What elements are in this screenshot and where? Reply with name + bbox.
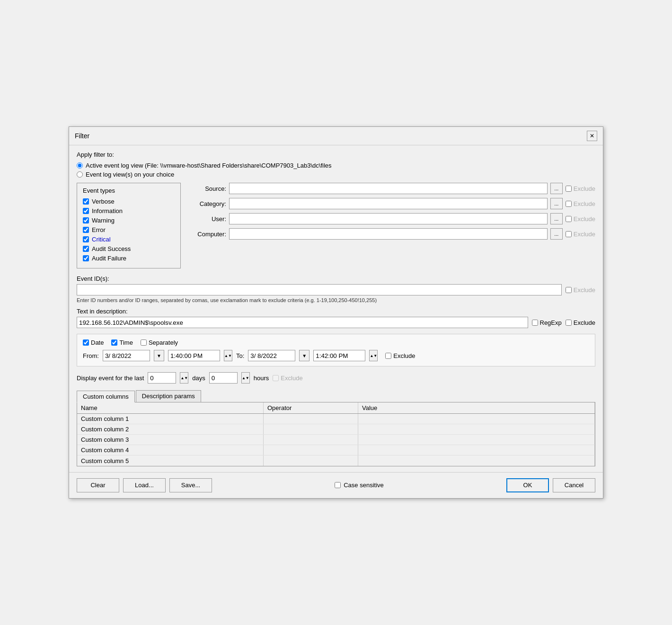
separately-checkbox[interactable] xyxy=(141,339,147,346)
checkbox-warning-input[interactable] xyxy=(83,217,89,223)
regexp-checkbox[interactable] xyxy=(532,320,538,326)
hours-input[interactable] xyxy=(209,372,238,384)
table-row: Custom column 2 xyxy=(77,424,595,435)
custom-columns-table: Name Operator Value Custom column 1Custo… xyxy=(77,402,595,466)
category-exclude-check: Exclude xyxy=(566,200,595,207)
display-event-label: Display event for the last xyxy=(77,375,144,382)
date-time-row: From: ▼ ▲▼ To: ▼ ▲▼ Exclude xyxy=(83,350,589,361)
user-dots-button[interactable]: ... xyxy=(550,213,563,224)
to-time-spinner[interactable]: ▲▼ xyxy=(369,350,378,361)
display-event-exclude-check: Exclude xyxy=(273,375,302,382)
from-time-input[interactable] xyxy=(168,350,220,361)
table-cell-value-2 xyxy=(358,424,595,435)
regexp-label: RegExp xyxy=(540,319,562,326)
to-time-input[interactable] xyxy=(313,350,365,361)
category-label: Category: xyxy=(188,200,226,207)
category-input[interactable] xyxy=(229,198,548,209)
case-sensitive-check: Case sensitive xyxy=(335,482,384,489)
load-button[interactable]: Load... xyxy=(123,478,166,492)
to-label: To: xyxy=(236,352,244,359)
col-header-operator: Operator xyxy=(264,402,358,414)
date-label: Date xyxy=(91,339,104,346)
computer-label: Computer: xyxy=(188,231,226,238)
category-exclude-checkbox[interactable] xyxy=(566,201,572,207)
checkbox-audit-success-label: Audit Success xyxy=(92,245,131,252)
text-desc-label: Text in description: xyxy=(77,308,595,315)
computer-exclude-checkbox[interactable] xyxy=(566,231,572,237)
date-checkbox[interactable] xyxy=(83,339,89,346)
save-button[interactable]: Save... xyxy=(169,478,212,492)
to-date-cal-button[interactable]: ▼ xyxy=(299,350,309,361)
tab-custom-columns[interactable]: Custom columns xyxy=(77,391,135,402)
clear-button[interactable]: Clear xyxy=(77,478,119,492)
datetime-exclude-checkbox[interactable] xyxy=(385,353,391,359)
regexp-check: RegExp xyxy=(532,319,562,326)
col-header-value: Value xyxy=(358,402,595,414)
cancel-button[interactable]: Cancel xyxy=(553,478,595,492)
checkbox-critical-input[interactable] xyxy=(83,236,89,242)
close-button[interactable]: ✕ xyxy=(587,131,597,141)
text-desc-row: RegExp Exclude xyxy=(77,317,595,328)
table-cell-operator-3 xyxy=(264,435,358,445)
title-bar: Filter ✕ xyxy=(69,127,603,145)
days-spinner[interactable]: ▲▼ xyxy=(180,372,188,384)
dialog-footer: Clear Load... Save... Case sensitive OK … xyxy=(69,472,603,498)
user-exclude-label: Exclude xyxy=(574,215,595,223)
days-input[interactable] xyxy=(148,372,176,384)
checkbox-information-input[interactable] xyxy=(83,208,89,214)
source-exclude-checkbox[interactable] xyxy=(566,186,572,192)
hours-label: hours xyxy=(254,375,269,382)
computer-row: Computer: ... Exclude xyxy=(188,228,595,240)
checkbox-verbose: Verbose xyxy=(83,198,175,205)
days-label: days xyxy=(192,375,205,382)
radio-choice-log-label: Event log view(s) on your choice xyxy=(86,171,174,178)
checkbox-audit-failure-input[interactable] xyxy=(83,255,89,261)
from-date-cal-button[interactable]: ▼ xyxy=(154,350,164,361)
text-desc-input[interactable] xyxy=(77,317,528,328)
event-ids-exclude-check: Exclude xyxy=(566,286,595,294)
source-exclude-label: Exclude xyxy=(574,185,595,192)
filter-dialog: Filter ✕ Apply filter to: Active event l… xyxy=(69,126,603,499)
table-cell-operator-2 xyxy=(264,424,358,435)
table-cell-name-4: Custom column 4 xyxy=(77,445,264,455)
dialog-body: Apply filter to: Active event log view (… xyxy=(69,145,603,472)
case-sensitive-checkbox[interactable] xyxy=(335,482,341,488)
hours-spinner[interactable]: ▲▼ xyxy=(241,372,250,384)
from-time-spinner[interactable]: ▲▼ xyxy=(224,350,232,361)
checkbox-audit-success-input[interactable] xyxy=(83,246,89,252)
event-ids-input[interactable] xyxy=(77,284,562,295)
source-input[interactable] xyxy=(229,183,548,194)
tabs-header: Custom columns Description params xyxy=(77,390,595,402)
separately-label: Separately xyxy=(149,339,178,346)
checkbox-error: Error xyxy=(83,226,175,233)
checkbox-error-input[interactable] xyxy=(83,227,89,233)
category-row: Category: ... Exclude xyxy=(188,198,595,209)
checkbox-information: Information xyxy=(83,207,175,214)
table-cell-name-3: Custom column 3 xyxy=(77,435,264,445)
event-ids-exclude-checkbox[interactable] xyxy=(566,287,572,293)
radio-choice-log[interactable] xyxy=(77,171,83,178)
tab-description-params[interactable]: Description params xyxy=(136,390,201,402)
category-dots-button[interactable]: ... xyxy=(550,198,563,209)
user-exclude-checkbox[interactable] xyxy=(566,216,572,222)
radio-active-log[interactable] xyxy=(77,162,83,169)
to-date-input[interactable] xyxy=(248,350,295,361)
table-cell-name-2: Custom column 2 xyxy=(77,424,264,435)
from-date-input[interactable] xyxy=(103,350,150,361)
source-dots-button[interactable]: ... xyxy=(550,183,563,194)
table-cell-value-5 xyxy=(358,455,595,466)
time-checkbox[interactable] xyxy=(111,339,117,346)
ok-button[interactable]: OK xyxy=(506,478,549,492)
separately-check: Separately xyxy=(141,339,178,346)
checkbox-verbose-input[interactable] xyxy=(83,198,89,205)
table-cell-name-5: Custom column 5 xyxy=(77,455,264,466)
user-input[interactable] xyxy=(229,213,548,224)
computer-input[interactable] xyxy=(229,228,548,240)
apply-filter-label: Apply filter to: xyxy=(77,151,595,158)
text-desc-exclude-checkbox[interactable] xyxy=(566,320,572,326)
category-exclude-label: Exclude xyxy=(574,200,595,207)
display-event-exclude-checkbox[interactable] xyxy=(273,375,279,381)
table-cell-value-1 xyxy=(358,414,595,424)
computer-dots-button[interactable]: ... xyxy=(550,228,563,240)
time-check: Time xyxy=(111,339,133,346)
